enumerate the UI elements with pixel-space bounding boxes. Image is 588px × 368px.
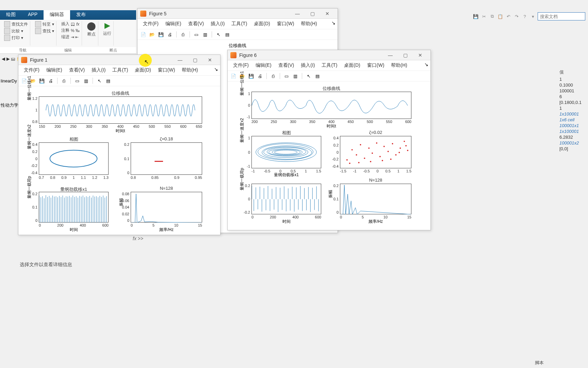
workspace-value[interactable]: 6: [559, 94, 586, 99]
dock2-icon[interactable]: ▥: [292, 72, 299, 80]
props-icon[interactable]: ▤: [224, 31, 231, 38]
run-btn[interactable]: 运行: [103, 31, 111, 36]
tab-plot[interactable]: 绘图: [0, 10, 22, 20]
dock2-icon[interactable]: ▥: [82, 77, 90, 85]
menu-more-icon[interactable]: ↘: [331, 20, 336, 28]
minimize-button[interactable]: —: [383, 50, 398, 60]
paste-icon[interactable]: 📋: [497, 13, 504, 20]
dock1-icon[interactable]: ▭: [193, 31, 200, 38]
maximize-button[interactable]: ▢: [305, 9, 320, 18]
workspace-value[interactable]: 1x100001: [559, 111, 586, 117]
menu-edit[interactable]: 编辑(E): [252, 62, 275, 69]
menu-window[interactable]: 窗口(W): [274, 20, 298, 28]
menu-desktop[interactable]: 桌面(D): [341, 62, 363, 69]
tab-publish[interactable]: 发布: [70, 10, 92, 20]
run-icon[interactable]: ▶: [103, 21, 111, 30]
redo-icon[interactable]: ↷: [513, 13, 520, 20]
menu-insert[interactable]: 插入(I): [207, 20, 228, 28]
print-icon[interactable]: 🖨: [166, 31, 174, 38]
goto-icon[interactable]: [35, 21, 41, 27]
maximize-button[interactable]: ▢: [398, 50, 413, 60]
menu-desktop[interactable]: 桌面(D): [131, 66, 154, 74]
menu-tools[interactable]: 工具(T): [318, 62, 341, 69]
search-input[interactable]: [538, 12, 585, 20]
menu-help[interactable]: 帮助(H): [178, 66, 201, 74]
goto-btn[interactable]: 转至: [43, 21, 51, 27]
menu-file[interactable]: 文件(F): [20, 66, 43, 74]
breakpoint-btn[interactable]: 断点: [87, 31, 96, 37]
menu-desktop[interactable]: 桌面(D): [250, 20, 273, 28]
workspace-value[interactable]: 100001x2: [559, 140, 586, 146]
menu-more-icon[interactable]: ↘: [214, 66, 218, 74]
tab-app[interactable]: APP: [22, 10, 44, 20]
menu-tools[interactable]: 工具(T): [228, 20, 250, 28]
menu-window[interactable]: 窗口(W): [364, 62, 388, 69]
new-icon[interactable]: 📄: [230, 72, 237, 80]
workspace-value[interactable]: 1: [559, 105, 586, 111]
tool-icon[interactable]: ⎙: [270, 72, 277, 80]
workspace-value[interactable]: 1: [559, 76, 586, 82]
find-file-icon[interactable]: [4, 21, 10, 27]
menu-view[interactable]: 查看(V): [185, 20, 208, 28]
tab-editor[interactable]: 编辑器: [44, 10, 70, 20]
props-icon[interactable]: ▤: [104, 77, 112, 85]
command-prompt[interactable]: >>: [138, 236, 143, 241]
menu-view[interactable]: 查看(V): [66, 66, 88, 74]
find-btn[interactable]: 查找: [43, 28, 51, 34]
dock1-icon[interactable]: ▭: [74, 77, 81, 85]
help-icon[interactable]: ?: [521, 13, 528, 20]
workspace-value[interactable]: [0.1800,0.1: [559, 99, 586, 105]
workspace-value[interactable]: 100001x1: [559, 123, 586, 128]
close-button[interactable]: ✕: [413, 50, 428, 60]
print-icon[interactable]: 🖨: [256, 72, 264, 80]
minimize-button[interactable]: —: [173, 55, 187, 65]
tool-icon[interactable]: ⎙: [60, 77, 68, 85]
workspace-value[interactable]: [0,0]: [559, 146, 586, 152]
pointer-icon[interactable]: ↖: [215, 31, 222, 38]
print-btn[interactable]: 打印: [12, 35, 20, 41]
dock1-icon[interactable]: ▭: [283, 72, 290, 80]
compare-btn[interactable]: 比较: [12, 28, 20, 34]
menu-window[interactable]: 窗口(W): [154, 66, 179, 74]
save-icon[interactable]: 💾: [472, 13, 479, 20]
workspace-value[interactable]: 0.1000: [559, 82, 586, 88]
save-icon[interactable]: 💾: [38, 77, 46, 85]
print-icon[interactable]: [4, 35, 10, 41]
menu-view[interactable]: 查看(V): [275, 62, 298, 69]
close-button[interactable]: ✕: [320, 9, 335, 18]
pointer-icon[interactable]: ↖: [305, 72, 312, 80]
dock2-icon[interactable]: ▥: [201, 31, 209, 38]
dropdown-icon[interactable]: ▾: [529, 13, 536, 20]
save-icon[interactable]: 💾: [247, 72, 255, 80]
pointer-icon[interactable]: ↖: [96, 77, 103, 85]
indent-btn[interactable]: 缩进: [61, 34, 69, 40]
copy-icon[interactable]: ⧉: [489, 13, 495, 20]
workspace-value[interactable]: 100001: [559, 88, 586, 94]
find-icon[interactable]: [35, 28, 41, 34]
minimize-button[interactable]: —: [290, 9, 305, 18]
menu-help[interactable]: 帮助(H): [297, 20, 320, 28]
menu-file[interactable]: 文件(F): [230, 62, 252, 69]
maximize-button[interactable]: ▢: [187, 55, 202, 65]
comment-btn[interactable]: 注释: [61, 28, 69, 33]
print-icon[interactable]: 🖨: [47, 77, 54, 85]
insert-btn[interactable]: 插入: [61, 21, 69, 27]
props-icon[interactable]: ▤: [314, 72, 321, 80]
breakpoint-icon[interactable]: ⬤: [87, 21, 96, 31]
menu-more-icon[interactable]: ↘: [424, 62, 428, 69]
compare-icon[interactable]: [4, 28, 10, 34]
menu-insert[interactable]: 插入(I): [297, 62, 318, 69]
undo-icon[interactable]: ↶: [505, 13, 512, 20]
cut-icon[interactable]: ✂: [480, 13, 487, 20]
menu-insert[interactable]: 插入(I): [88, 66, 109, 74]
menu-file[interactable]: 文件(F): [140, 20, 162, 28]
workspace-value[interactable]: 1x100001: [559, 128, 586, 134]
workspace-value[interactable]: 1x6 cell: [559, 117, 586, 123]
open-icon[interactable]: 📂: [148, 31, 156, 38]
close-button[interactable]: ✕: [202, 55, 217, 65]
new-icon[interactable]: 📄: [140, 31, 147, 38]
tool-icon[interactable]: ⎙: [179, 31, 187, 38]
menu-edit[interactable]: 编辑(E): [43, 66, 66, 74]
save-icon[interactable]: 💾: [157, 31, 165, 38]
find-file-btn[interactable]: 查找文件: [12, 21, 28, 27]
